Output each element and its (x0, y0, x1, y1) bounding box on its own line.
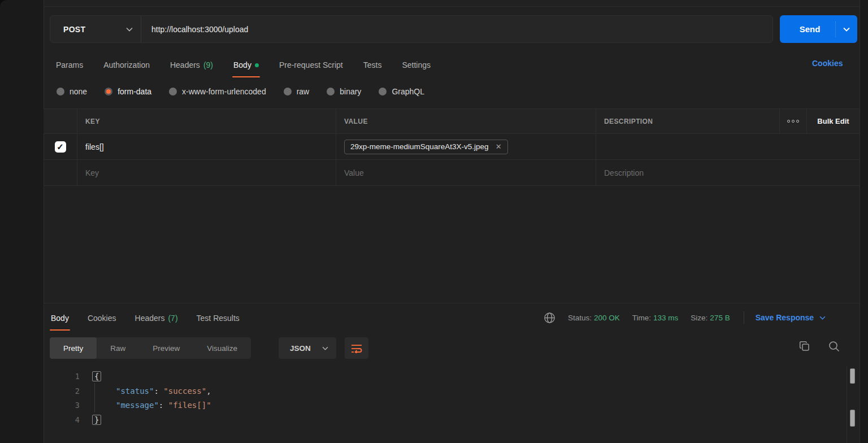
radio-selected-icon (105, 88, 112, 95)
network-globe-icon[interactable] (544, 312, 555, 324)
mode-graphql[interactable]: GraphQL (379, 87, 424, 96)
placeholder-description-cell[interactable]: Description (596, 160, 860, 185)
mode-raw[interactable]: raw (284, 87, 310, 96)
header-value-cell: VALUE (336, 109, 596, 133)
radio-icon (379, 88, 387, 95)
row-value-cell[interactable]: 29xp-meme-mediumSquareAt3X-v5.jpeg ✕ (336, 134, 596, 159)
tab-settings[interactable]: Settings (402, 60, 431, 71)
response-headers-count-badge: (7) (168, 314, 177, 323)
code-line-2: "status": "success", (92, 384, 211, 399)
table-header-row: KEY VALUE DESCRIPTION Bulk Edit (44, 109, 860, 134)
table-row: ✓ files[] 29xp-meme-mediumSquareAt3X-v5.… (44, 134, 860, 160)
radio-icon (327, 88, 335, 95)
response-meta: Status:200 OK Time:133 ms Size:275 B Sav… (544, 310, 826, 325)
mode-form-data[interactable]: form-data (105, 87, 151, 96)
method-select[interactable]: POST (50, 16, 141, 42)
tab-body[interactable]: Body (233, 60, 259, 71)
scrollbar-thumb[interactable] (850, 410, 855, 427)
status-value: 200 OK (594, 314, 620, 322)
wrap-lines-button[interactable] (345, 337, 368, 359)
response-view-controls: Pretty Raw Preview Visualize JSON (50, 337, 251, 359)
code-line-4: } (92, 413, 211, 428)
placeholder-select-cell (44, 160, 77, 185)
send-label: Send (780, 24, 835, 34)
radio-icon (169, 88, 177, 95)
format-label: JSON (290, 344, 314, 353)
response-body-editor[interactable]: 1 2 3 4 { "status": "success", "message"… (44, 366, 847, 443)
active-tab-underline (232, 76, 260, 77)
request-url-bar: POST http://localhost:3000/upload (50, 15, 773, 43)
url-input[interactable]: http://localhost:3000/upload (141, 16, 772, 42)
format-select[interactable]: JSON (279, 337, 336, 359)
url-text: http://localhost:3000/upload (151, 25, 248, 34)
remove-file-icon[interactable]: ✕ (496, 142, 502, 151)
method-label: POST (63, 25, 126, 34)
view-raw[interactable]: Raw (97, 337, 139, 359)
chevron-down-icon (322, 346, 328, 350)
cookies-link[interactable]: Cookies (812, 59, 843, 68)
row-key-cell[interactable]: files[] (77, 134, 336, 159)
fold-open-brace[interactable]: { (92, 371, 101, 381)
time-pair: Time:133 ms (632, 314, 679, 322)
size-pair: Size:275 B (691, 314, 730, 322)
send-options-chevron-icon[interactable] (836, 27, 857, 32)
response-tab-body[interactable]: Body (51, 314, 69, 324)
view-pretty[interactable]: Pretty (50, 337, 97, 359)
meta-divider (744, 311, 744, 324)
line-number-gutter: 1 2 3 4 (59, 370, 80, 427)
body-modified-dot (255, 63, 259, 67)
time-value: 133 ms (653, 314, 678, 322)
header-description-cell: DESCRIPTION (596, 109, 780, 133)
request-tabs: Params Authorization Headers(9) Body Pre… (56, 57, 431, 75)
headers-count-badge: (9) (203, 60, 213, 70)
more-options-button[interactable] (780, 109, 807, 133)
response-divider (44, 303, 860, 303)
mode-none[interactable]: none (57, 87, 87, 96)
response-tab-headers[interactable]: Headers(7) (135, 314, 178, 324)
placeholder-value-cell[interactable]: Value (336, 160, 596, 185)
fold-close-brace[interactable]: } (92, 415, 101, 425)
bulk-edit-button[interactable]: Bulk Edit (807, 109, 860, 133)
top-divider (44, 6, 860, 7)
more-options-icon (787, 120, 799, 123)
search-icon[interactable] (828, 341, 840, 352)
row-description-cell[interactable] (596, 134, 860, 159)
header-select-cell (44, 109, 77, 133)
line-number: 4 (59, 413, 80, 428)
scrollbar-thumb[interactable] (850, 368, 855, 384)
view-preview[interactable]: Preview (139, 337, 193, 359)
size-value: 275 B (710, 314, 730, 322)
row-select-cell: ✓ (44, 134, 77, 159)
line-number: 1 (59, 370, 80, 384)
response-tab-test-results[interactable]: Test Results (197, 314, 240, 324)
view-visualize[interactable]: Visualize (193, 337, 251, 359)
form-data-table: KEY VALUE DESCRIPTION Bulk Edit ✓ files[… (44, 108, 860, 186)
radio-icon (284, 88, 292, 95)
code-line-1: { (92, 370, 211, 384)
chevron-down-icon (819, 316, 826, 320)
radio-icon (57, 88, 64, 95)
table-placeholder-row: Key Value Description (44, 160, 860, 186)
save-response-button[interactable]: Save Response (756, 313, 826, 322)
header-key-cell: KEY (77, 109, 336, 133)
mode-binary[interactable]: binary (327, 87, 361, 96)
placeholder-key-cell[interactable]: Key (77, 160, 336, 185)
chevron-down-icon (126, 27, 133, 32)
mode-x-www-form-urlencoded[interactable]: x-www-form-urlencoded (169, 87, 266, 96)
tab-params[interactable]: Params (56, 60, 83, 71)
wrap-lines-icon (351, 343, 362, 353)
view-segmented-control: Pretty Raw Preview Visualize (50, 337, 251, 359)
file-chip: 29xp-meme-mediumSquareAt3X-v5.jpeg ✕ (344, 140, 508, 154)
row-checkbox[interactable]: ✓ (55, 141, 66, 153)
code-line-3: "message": "files[]" (92, 398, 211, 413)
response-tab-cookies[interactable]: Cookies (88, 314, 116, 324)
status-pair: Status:200 OK (568, 314, 620, 322)
tab-headers[interactable]: Headers(9) (170, 60, 213, 71)
tab-pre-request-script[interactable]: Pre-request Script (279, 60, 343, 71)
send-button[interactable]: Send (780, 15, 857, 43)
copy-icon[interactable] (799, 341, 810, 352)
file-chip-name: 29xp-meme-mediumSquareAt3X-v5.jpeg (350, 142, 489, 151)
right-edge-strip (860, 0, 868, 443)
tab-authorization[interactable]: Authorization (103, 60, 150, 71)
tab-tests[interactable]: Tests (363, 60, 382, 71)
